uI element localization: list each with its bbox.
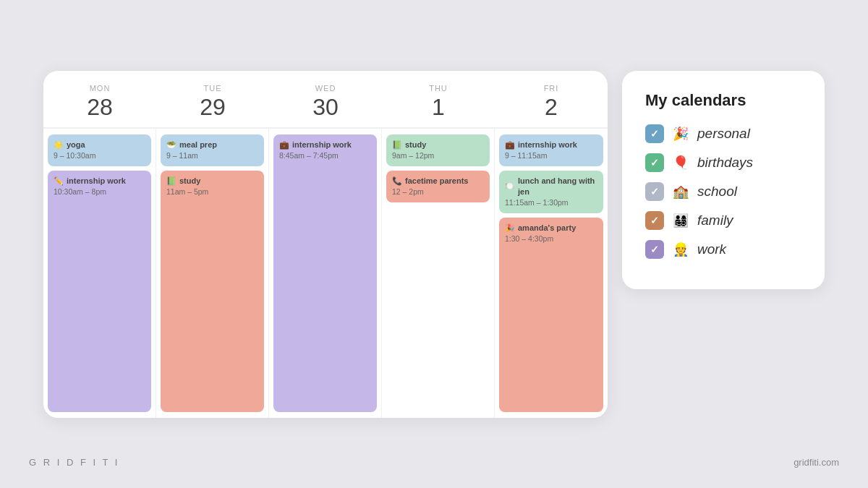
event-title: ✏️ internship work — [54, 176, 145, 187]
event-time: 1:30 – 4:30pm — [505, 234, 597, 244]
cal-emoji-work: 👷 — [673, 241, 689, 257]
event-title: 🍽️ lunch and hang with jen — [505, 176, 597, 198]
event-time: 8:45am – 7:45pm — [279, 150, 371, 161]
calendar-item-birthdays[interactable]: ✓ 🎈 birthdays — [645, 153, 801, 172]
cal-label-family: family — [697, 213, 733, 228]
event-time: 9 – 10:30am — [54, 150, 145, 161]
day-header-30: WED 30 — [269, 84, 382, 119]
calendar-item-school[interactable]: ✓ 🏫 school — [645, 182, 801, 201]
check-icon: ✓ — [650, 128, 659, 140]
cal-label-personal: personal — [697, 126, 750, 142]
event-study[interactable]: 📗 study 9am – 12pm — [386, 134, 490, 166]
calendars-list: ✓ 🎉 personal ✓ 🎈 birthdays ✓ 🏫 school ✓ … — [645, 124, 801, 259]
day-header-29: TUE 29 — [156, 84, 269, 119]
event-name: amanda's party — [518, 223, 576, 234]
event-name: lunch and hang with jen — [518, 176, 597, 198]
event-time: 9 – 11am — [166, 150, 258, 161]
event-emoji: 🌟 — [54, 140, 64, 150]
event-time: 10:30am – 8pm — [54, 187, 145, 197]
event-time: 11am – 5pm — [166, 187, 258, 197]
event-internship-work[interactable]: 💼 internship work 8:45am – 7:45pm — [273, 134, 377, 412]
checkbox-work[interactable]: ✓ — [645, 240, 664, 259]
event-name: internship work — [518, 140, 577, 150]
event-time: 12 – 2pm — [392, 187, 484, 197]
day-header-1: THU 1 — [382, 84, 495, 119]
event-emoji: 💼 — [505, 140, 515, 150]
day-header-28: MON 28 — [43, 84, 156, 119]
event-meal-prep[interactable]: 🥗 meal prep 9 – 11am — [161, 134, 264, 166]
event-amanda's-party[interactable]: 🎉 amanda's party 1:30 – 4:30pm — [499, 218, 603, 411]
branding-left: G R I D F I T I — [29, 457, 119, 468]
event-emoji: 📞 — [392, 176, 402, 187]
event-emoji: 💼 — [279, 140, 289, 150]
cal-emoji-school: 🏫 — [673, 184, 689, 200]
event-facetime-parents[interactable]: 📞 facetime parents 12 – 2pm — [386, 171, 490, 202]
cal-label-birthdays: birthdays — [697, 155, 753, 171]
event-emoji: ✏️ — [54, 176, 64, 187]
event-title: 📞 facetime parents — [392, 176, 484, 187]
checkbox-family[interactable]: ✓ — [645, 211, 664, 230]
day-col-wed: 💼 internship work 8:45am – 7:45pm — [269, 129, 382, 418]
day-col-thu: 📗 study 9am – 12pm 📞 facetime parents 12… — [382, 129, 495, 418]
event-title: 🌟 yoga — [54, 140, 145, 150]
calendar-header: MON 28 TUE 29 WED 30 THU 1 FRI 2 — [43, 71, 608, 128]
event-title: 💼 internship work — [279, 140, 371, 150]
day-col-fri: 💼 internship work 9 – 11:15am 🍽️ lunch a… — [495, 129, 608, 418]
event-time: 9am – 12pm — [392, 150, 484, 161]
event-name: study — [179, 176, 200, 187]
day-col-tue: 🥗 meal prep 9 – 11am 📗 study 11am – 5pm — [156, 129, 269, 418]
check-icon: ✓ — [650, 244, 659, 255]
day-number: 1 — [382, 95, 495, 119]
cal-emoji-birthdays: 🎈 — [673, 155, 689, 171]
cal-emoji-family: 👨‍👩‍👧‍👦 — [673, 213, 689, 228]
event-internship-work[interactable]: ✏️ internship work 10:30am – 8pm — [48, 171, 151, 412]
main-container: MON 28 TUE 29 WED 30 THU 1 FRI 2 🌟 yoga … — [43, 71, 825, 418]
calendar-item-family[interactable]: ✓ 👨‍👩‍👧‍👦 family — [645, 211, 801, 230]
event-title: 🎉 amanda's party — [505, 223, 597, 234]
day-name: WED — [269, 84, 382, 93]
day-name: TUE — [156, 84, 269, 93]
day-header-2: FRI 2 — [495, 84, 608, 119]
event-name: internship work — [67, 176, 126, 187]
cal-label-work: work — [697, 241, 726, 257]
day-number: 2 — [495, 95, 608, 119]
calendar-item-work[interactable]: ✓ 👷 work — [645, 240, 801, 259]
day-number: 30 — [269, 95, 382, 119]
event-internship-work[interactable]: 💼 internship work 9 – 11:15am — [499, 134, 603, 166]
check-icon: ✓ — [650, 157, 659, 168]
cal-label-school: school — [697, 184, 737, 200]
event-study[interactable]: 📗 study 11am – 5pm — [161, 171, 264, 412]
day-name: MON — [43, 84, 156, 93]
event-title: 📗 study — [166, 176, 258, 187]
calendars-card: My calendars ✓ 🎉 personal ✓ 🎈 birthdays … — [622, 71, 825, 289]
event-emoji: 📗 — [392, 140, 402, 150]
day-name: THU — [382, 84, 495, 93]
cal-emoji-personal: 🎉 — [673, 126, 689, 142]
calendar-card: MON 28 TUE 29 WED 30 THU 1 FRI 2 🌟 yoga … — [43, 71, 608, 418]
event-time: 11:15am – 1:30pm — [505, 197, 597, 208]
event-title: 🥗 meal prep — [166, 140, 258, 150]
event-emoji: 🎉 — [505, 223, 515, 234]
branding-right: gridfiti.com — [793, 457, 839, 468]
checkbox-personal[interactable]: ✓ — [645, 124, 664, 143]
event-name: internship work — [292, 140, 352, 150]
event-title: 📗 study — [392, 140, 484, 150]
event-name: meal prep — [179, 140, 217, 150]
event-title: 💼 internship work — [505, 140, 597, 150]
event-name: yoga — [67, 140, 85, 150]
calendar-body: 🌟 yoga 9 – 10:30am ✏️ internship work 10… — [43, 128, 608, 418]
event-lunch-and-hang-with-jen[interactable]: 🍽️ lunch and hang with jen 11:15am – 1:3… — [499, 171, 603, 213]
calendars-title: My calendars — [645, 91, 801, 110]
day-number: 28 — [43, 95, 156, 119]
event-emoji: 🥗 — [166, 140, 176, 150]
checkbox-school[interactable]: ✓ — [645, 182, 664, 201]
day-col-mon: 🌟 yoga 9 – 10:30am ✏️ internship work 10… — [43, 129, 156, 418]
event-time: 9 – 11:15am — [505, 150, 597, 161]
event-emoji: 🍽️ — [505, 181, 515, 192]
day-name: FRI — [495, 84, 608, 93]
checkbox-birthdays[interactable]: ✓ — [645, 153, 664, 172]
event-yoga[interactable]: 🌟 yoga 9 – 10:30am — [48, 134, 151, 166]
event-name: study — [405, 140, 426, 150]
calendar-item-personal[interactable]: ✓ 🎉 personal — [645, 124, 801, 143]
check-icon: ✓ — [650, 186, 659, 197]
